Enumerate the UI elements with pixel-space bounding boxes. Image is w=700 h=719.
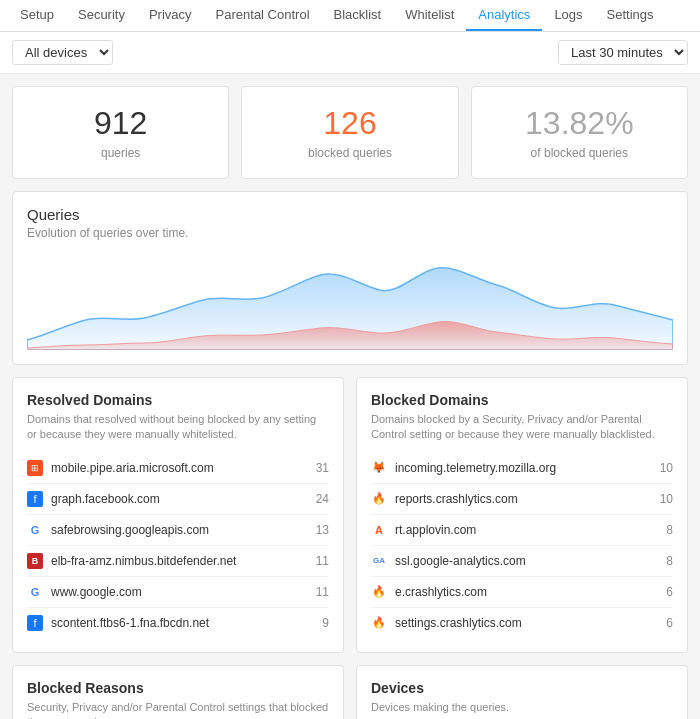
blocked-label: blocked queries — [260, 146, 439, 160]
reasons-devices-row: Blocked Reasons Security, Privacy and/or… — [0, 665, 700, 719]
domain-name: rt.applovin.com — [395, 523, 666, 537]
chart-area — [27, 250, 673, 350]
stats-row: 912 queries 126 blocked queries 13.82% o… — [0, 74, 700, 191]
queries-label: queries — [31, 146, 210, 160]
devices-title: Devices — [371, 680, 673, 696]
time-select[interactable]: Last 30 minutes — [558, 40, 688, 65]
stat-queries: 912 queries — [12, 86, 229, 179]
list-item: 🔥e.crashlytics.com6 — [371, 577, 673, 608]
resolved-domains-title: Resolved Domains — [27, 392, 329, 408]
domain-count: 11 — [316, 585, 329, 599]
chart-title: Queries — [27, 206, 673, 223]
fb-icon: f — [27, 491, 43, 507]
domain-name: elb-fra-amz.nimbus.bitdefender.net — [51, 554, 316, 568]
nav-item-whitelist[interactable]: Whitelist — [393, 0, 466, 31]
domain-name: mobile.pipe.aria.microsoft.com — [51, 461, 316, 475]
nav-item-parental-control[interactable]: Parental Control — [204, 0, 322, 31]
fire-icon: 🦊 — [371, 460, 387, 476]
domain-count: 31 — [316, 461, 329, 475]
blocked-domain-list: 🦊incoming.telemetry.mozilla.org10🔥report… — [371, 453, 673, 638]
domain-count: 11 — [316, 554, 329, 568]
domain-name: incoming.telemetry.mozilla.org — [395, 461, 660, 475]
devices-card: Devices Devices making the queries. Neon… — [356, 665, 688, 719]
nav-item-logs[interactable]: Logs — [542, 0, 594, 31]
resolved-domain-list: ⊞mobile.pipe.aria.microsoft.com31fgraph.… — [27, 453, 329, 638]
queries-chart: Queries Evolution of queries over time. — [12, 191, 688, 365]
list-item: GAssl.google-analytics.com8 — [371, 546, 673, 577]
nav-item-privacy[interactable]: Privacy — [137, 0, 204, 31]
domain-count: 9 — [322, 616, 329, 630]
chart-svg — [27, 250, 673, 350]
domain-count: 24 — [316, 492, 329, 506]
domain-name: safebrowsing.googleapis.com — [51, 523, 316, 537]
a-icon: A — [371, 522, 387, 538]
resolved-domains-subtitle: Domains that resolved without being bloc… — [27, 412, 329, 443]
devices-subtitle: Devices making the queries. — [371, 700, 673, 715]
device-select[interactable]: All devices — [12, 40, 113, 65]
nav-item-security[interactable]: Security — [66, 0, 137, 31]
list-item: ⊞mobile.pipe.aria.microsoft.com31 — [27, 453, 329, 484]
blocked-domains-subtitle: Domains blocked by a Security, Privacy a… — [371, 412, 673, 443]
nav-item-settings[interactable]: Settings — [595, 0, 666, 31]
stat-blocked: 126 blocked queries — [241, 86, 458, 179]
chart-subtitle: Evolution of queries over time. — [27, 226, 673, 240]
list-item: fgraph.facebook.com24 — [27, 484, 329, 515]
ga-icon: GA — [371, 553, 387, 569]
g-icon: G — [27, 522, 43, 538]
domains-row: Resolved Domains Domains that resolved w… — [0, 377, 700, 665]
stat-percent: 13.82% of blocked queries — [471, 86, 688, 179]
percent-value: 13.82% — [490, 105, 669, 142]
list-item: Gwww.google.com11 — [27, 577, 329, 608]
list-item: Gsafebrowsing.googleapis.com13 — [27, 515, 329, 546]
blocked-value: 126 — [260, 105, 439, 142]
domain-name: scontent.ftbs6-1.fna.fbcdn.net — [51, 616, 322, 630]
blocked-domains-card: Blocked Domains Domains blocked by a Sec… — [356, 377, 688, 653]
percent-label: of blocked queries — [490, 146, 669, 160]
blocked-reasons-card: Blocked Reasons Security, Privacy and/or… — [12, 665, 344, 719]
fire4-icon: 🔥 — [371, 615, 387, 631]
list-item: 🔥reports.crashlytics.com10 — [371, 484, 673, 515]
toolbar: All devices Last 30 minutes — [0, 32, 700, 74]
domain-count: 8 — [666, 523, 673, 537]
nav-bar: SetupSecurityPrivacyParental ControlBlac… — [0, 0, 700, 32]
blocked-reasons-subtitle: Security, Privacy and/or Parental Contro… — [27, 700, 329, 719]
domain-name: graph.facebook.com — [51, 492, 316, 506]
resolved-domains-card: Resolved Domains Domains that resolved w… — [12, 377, 344, 653]
list-item: 🔥settings.crashlytics.com6 — [371, 608, 673, 638]
domain-name: ssl.google-analytics.com — [395, 554, 666, 568]
fire3-icon: 🔥 — [371, 584, 387, 600]
fb2-icon: f — [27, 615, 43, 631]
domain-count: 10 — [660, 461, 673, 475]
fire2-icon: 🔥 — [371, 491, 387, 507]
domain-name: settings.crashlytics.com — [395, 616, 666, 630]
b-icon: B — [27, 553, 43, 569]
list-item: 🦊incoming.telemetry.mozilla.org10 — [371, 453, 673, 484]
blocked-domains-title: Blocked Domains — [371, 392, 673, 408]
domain-name: e.crashlytics.com — [395, 585, 666, 599]
domain-name: www.google.com — [51, 585, 316, 599]
ms-icon: ⊞ — [27, 460, 43, 476]
domain-count: 10 — [660, 492, 673, 506]
google-icon: G — [27, 584, 43, 600]
blocked-reasons-title: Blocked Reasons — [27, 680, 329, 696]
queries-value: 912 — [31, 105, 210, 142]
domain-count: 8 — [666, 554, 673, 568]
list-item: Art.applovin.com8 — [371, 515, 673, 546]
nav-item-setup[interactable]: Setup — [8, 0, 66, 31]
list-item: fscontent.ftbs6-1.fna.fbcdn.net9 — [27, 608, 329, 638]
domain-name: reports.crashlytics.com — [395, 492, 660, 506]
nav-item-blacklist[interactable]: Blacklist — [322, 0, 394, 31]
nav-item-analytics[interactable]: Analytics — [466, 0, 542, 31]
domain-count: 6 — [666, 585, 673, 599]
domain-count: 13 — [316, 523, 329, 537]
list-item: Belb-fra-amz.nimbus.bitdefender.net11 — [27, 546, 329, 577]
domain-count: 6 — [666, 616, 673, 630]
